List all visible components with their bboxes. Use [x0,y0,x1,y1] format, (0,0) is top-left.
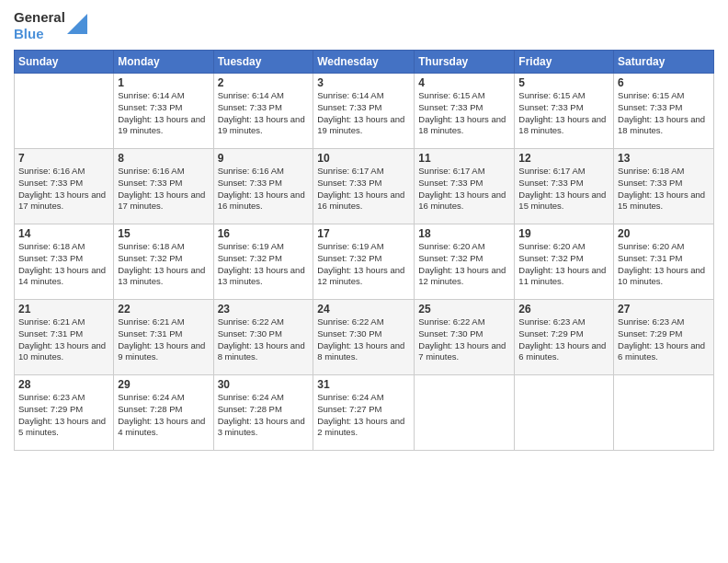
calendar-cell: 26Sunrise: 6:23 AMSunset: 7:29 PMDayligh… [515,300,614,375]
day-info: Sunrise: 6:17 AMSunset: 7:33 PMDaylight:… [418,166,510,213]
day-info: Sunrise: 6:24 AMSunset: 7:28 PMDaylight:… [218,392,310,439]
day-info: Sunrise: 6:16 AMSunset: 7:33 PMDaylight:… [18,166,109,213]
calendar-header-row: SundayMondayTuesdayWednesdayThursdayFrid… [15,51,714,74]
logo-triangle-icon [67,14,87,34]
day-number: 21 [18,303,109,316]
logo-blue: Blue [14,26,65,42]
day-info: Sunrise: 6:17 AMSunset: 7:33 PMDaylight:… [317,166,410,213]
calendar-cell: 30Sunrise: 6:24 AMSunset: 7:28 PMDayligh… [213,375,313,451]
day-info: Sunrise: 6:23 AMSunset: 7:29 PMDaylight:… [518,316,609,363]
logo: General Blue [14,9,87,42]
calendar-week-row: 28Sunrise: 6:23 AMSunset: 7:29 PMDayligh… [15,375,714,451]
calendar-cell: 5Sunrise: 6:15 AMSunset: 7:33 PMDaylight… [515,74,614,149]
calendar-cell: 25Sunrise: 6:22 AMSunset: 7:30 PMDayligh… [415,300,515,375]
calendar-week-row: 21Sunrise: 6:21 AMSunset: 7:31 PMDayligh… [15,300,714,375]
day-number: 2 [218,76,310,89]
weekday-header-thursday: Thursday [415,51,515,74]
day-number: 1 [118,76,209,89]
calendar-cell: 4Sunrise: 6:15 AMSunset: 7:33 PMDaylight… [415,74,515,149]
day-info: Sunrise: 6:20 AMSunset: 7:31 PMDaylight:… [618,241,710,288]
calendar-cell: 9Sunrise: 6:16 AMSunset: 7:33 PMDaylight… [213,149,313,224]
calendar-cell: 8Sunrise: 6:16 AMSunset: 7:33 PMDaylight… [114,149,213,224]
logo-container: General Blue [14,9,87,42]
day-info: Sunrise: 6:22 AMSunset: 7:30 PMDaylight:… [317,316,410,363]
calendar-cell: 3Sunrise: 6:14 AMSunset: 7:33 PMDaylight… [313,74,415,149]
calendar-cell: 22Sunrise: 6:21 AMSunset: 7:31 PMDayligh… [114,300,213,375]
day-info: Sunrise: 6:20 AMSunset: 7:32 PMDaylight:… [518,241,609,288]
day-number: 22 [118,303,209,316]
calendar-cell: 24Sunrise: 6:22 AMSunset: 7:30 PMDayligh… [313,300,415,375]
day-info: Sunrise: 6:16 AMSunset: 7:33 PMDaylight:… [118,166,209,213]
day-number: 23 [218,303,310,316]
day-number: 20 [618,227,710,240]
logo-general: General [14,9,65,26]
day-info: Sunrise: 6:20 AMSunset: 7:32 PMDaylight:… [418,241,510,288]
day-number: 12 [518,152,609,165]
calendar-cell: 11Sunrise: 6:17 AMSunset: 7:33 PMDayligh… [415,149,515,224]
calendar-week-row: 14Sunrise: 6:18 AMSunset: 7:33 PMDayligh… [15,224,714,300]
day-info: Sunrise: 6:18 AMSunset: 7:32 PMDaylight:… [118,241,209,288]
calendar-cell: 1Sunrise: 6:14 AMSunset: 7:33 PMDaylight… [114,74,213,149]
calendar-cell: 17Sunrise: 6:19 AMSunset: 7:32 PMDayligh… [313,224,415,300]
weekday-header-saturday: Saturday [614,51,714,74]
calendar-cell: 13Sunrise: 6:18 AMSunset: 7:33 PMDayligh… [614,149,714,224]
day-info: Sunrise: 6:19 AMSunset: 7:32 PMDaylight:… [317,241,410,288]
day-info: Sunrise: 6:16 AMSunset: 7:33 PMDaylight:… [218,166,310,213]
calendar-cell: 14Sunrise: 6:18 AMSunset: 7:33 PMDayligh… [15,224,114,300]
day-number: 14 [18,227,109,240]
calendar-cell [515,375,614,451]
day-number: 30 [218,378,310,391]
day-info: Sunrise: 6:14 AMSunset: 7:33 PMDaylight:… [218,90,310,137]
day-info: Sunrise: 6:21 AMSunset: 7:31 PMDaylight:… [118,316,209,363]
day-number: 19 [518,227,609,240]
day-number: 24 [317,303,410,316]
calendar-cell: 6Sunrise: 6:15 AMSunset: 7:33 PMDaylight… [614,74,714,149]
day-info: Sunrise: 6:23 AMSunset: 7:29 PMDaylight:… [618,316,710,363]
calendar-cell: 28Sunrise: 6:23 AMSunset: 7:29 PMDayligh… [15,375,114,451]
day-number: 13 [618,152,710,165]
day-number: 9 [218,152,310,165]
day-number: 8 [118,152,209,165]
day-number: 10 [317,152,410,165]
day-info: Sunrise: 6:15 AMSunset: 7:33 PMDaylight:… [518,90,609,137]
calendar-cell: 29Sunrise: 6:24 AMSunset: 7:28 PMDayligh… [114,375,213,451]
day-number: 18 [418,227,510,240]
calendar-cell: 16Sunrise: 6:19 AMSunset: 7:32 PMDayligh… [213,224,313,300]
calendar-week-row: 7Sunrise: 6:16 AMSunset: 7:33 PMDaylight… [15,149,714,224]
day-number: 26 [518,303,609,316]
day-number: 28 [18,378,109,391]
day-info: Sunrise: 6:24 AMSunset: 7:28 PMDaylight:… [118,392,209,439]
calendar-cell: 19Sunrise: 6:20 AMSunset: 7:32 PMDayligh… [515,224,614,300]
calendar-cell: 27Sunrise: 6:23 AMSunset: 7:29 PMDayligh… [614,300,714,375]
day-number: 31 [317,378,410,391]
day-info: Sunrise: 6:17 AMSunset: 7:33 PMDaylight:… [518,166,609,213]
day-number: 7 [18,152,109,165]
day-number: 3 [317,76,410,89]
calendar-cell: 15Sunrise: 6:18 AMSunset: 7:32 PMDayligh… [114,224,213,300]
day-number: 29 [118,378,209,391]
svg-marker-0 [67,14,87,34]
weekday-header-wednesday: Wednesday [313,51,415,74]
calendar-cell [614,375,714,451]
calendar-cell: 23Sunrise: 6:22 AMSunset: 7:30 PMDayligh… [213,300,313,375]
calendar-cell [15,74,114,149]
calendar-cell: 21Sunrise: 6:21 AMSunset: 7:31 PMDayligh… [15,300,114,375]
day-info: Sunrise: 6:21 AMSunset: 7:31 PMDaylight:… [18,316,109,363]
day-number: 5 [518,76,609,89]
day-info: Sunrise: 6:23 AMSunset: 7:29 PMDaylight:… [18,392,109,439]
day-number: 6 [618,76,710,89]
calendar-table: SundayMondayTuesdayWednesdayThursdayFrid… [14,50,714,451]
weekday-header-monday: Monday [114,51,213,74]
calendar-cell: 18Sunrise: 6:20 AMSunset: 7:32 PMDayligh… [415,224,515,300]
calendar-cell: 7Sunrise: 6:16 AMSunset: 7:33 PMDaylight… [15,149,114,224]
calendar-cell: 2Sunrise: 6:14 AMSunset: 7:33 PMDaylight… [213,74,313,149]
header: General Blue [14,9,714,42]
day-number: 4 [418,76,510,89]
day-info: Sunrise: 6:15 AMSunset: 7:33 PMDaylight:… [418,90,510,137]
weekday-header-tuesday: Tuesday [213,51,313,74]
day-info: Sunrise: 6:18 AMSunset: 7:33 PMDaylight:… [18,241,109,288]
day-info: Sunrise: 6:22 AMSunset: 7:30 PMDaylight:… [218,316,310,363]
day-number: 11 [418,152,510,165]
page: General Blue SundayMondayTuesdayWednesda… [0,0,728,563]
day-number: 17 [317,227,410,240]
